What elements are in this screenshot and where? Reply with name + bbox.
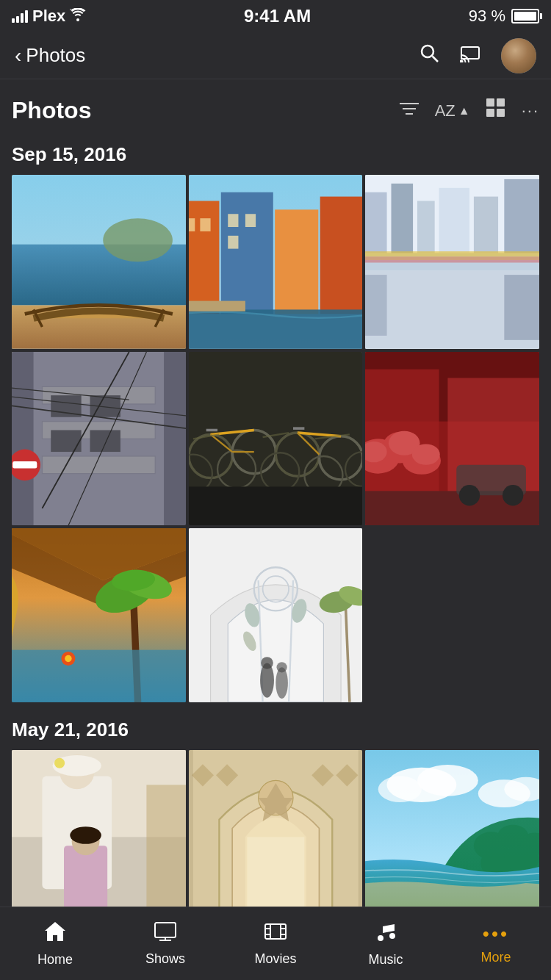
- sort-arrow-icon: ▲: [458, 104, 470, 118]
- svg-point-158: [378, 935, 383, 941]
- svg-rect-151: [265, 924, 286, 939]
- tab-movies[interactable]: Movies: [220, 921, 331, 967]
- svg-rect-24: [228, 214, 238, 227]
- back-button[interactable]: ‹ Photos: [15, 44, 419, 68]
- photo-item-mosque[interactable]: [189, 528, 363, 702]
- svg-point-123: [54, 758, 65, 768]
- photo-item-building[interactable]: [12, 352, 186, 526]
- svg-rect-124: [64, 846, 107, 915]
- status-right: 93 %: [469, 7, 539, 26]
- photo-grid-2: [12, 750, 539, 924]
- svg-point-102: [65, 655, 71, 662]
- tab-shows[interactable]: Shows: [110, 921, 220, 967]
- svg-rect-80: [189, 486, 363, 525]
- svg-rect-35: [439, 188, 469, 253]
- tab-bar: Home Shows Movies: [0, 907, 551, 980]
- svg-rect-19: [220, 192, 273, 314]
- photo-item-bikes[interactable]: [189, 352, 363, 526]
- svg-point-0: [422, 46, 433, 57]
- tab-movies-label: Movies: [254, 951, 296, 967]
- avatar-image: [501, 38, 536, 73]
- svg-rect-127: [146, 785, 185, 923]
- page-content: Photos AZ ▲ ···: [0, 79, 551, 980]
- signal-bars: [12, 10, 28, 23]
- svg-point-13: [103, 218, 173, 262]
- photo-image-arch: [189, 750, 363, 924]
- tab-music-label: Music: [368, 952, 403, 968]
- tab-more-label: More: [480, 950, 511, 965]
- page-title: Photos: [12, 97, 91, 124]
- photo-image-coast: [365, 750, 539, 924]
- back-label: Photos: [26, 44, 85, 67]
- photo-item-reflection[interactable]: [365, 175, 539, 349]
- svg-rect-22: [189, 218, 195, 231]
- svg-point-139: [417, 765, 478, 796]
- home-icon: [43, 920, 67, 948]
- photo-item-red-street[interactable]: [365, 352, 539, 526]
- svg-rect-8: [497, 98, 505, 107]
- tab-home[interactable]: Home: [0, 920, 110, 968]
- date-section-2: May 21, 2016: [12, 711, 539, 924]
- svg-rect-39: [365, 256, 539, 260]
- svg-rect-38: [365, 251, 539, 256]
- music-icon: [375, 920, 396, 948]
- grid-view-icon[interactable]: [486, 98, 505, 123]
- svg-rect-7: [486, 98, 494, 107]
- svg-rect-10: [497, 109, 505, 117]
- svg-point-159: [389, 933, 395, 939]
- svg-rect-52: [90, 430, 120, 452]
- wifi-icon: [70, 7, 86, 26]
- cast-icon[interactable]: [460, 44, 480, 68]
- svg-rect-36: [474, 197, 498, 253]
- svg-point-3: [461, 60, 463, 62]
- signal-bar-1: [12, 18, 15, 23]
- photo-image-reflection: [365, 175, 539, 349]
- svg-rect-43: [365, 275, 387, 336]
- svg-point-126: [70, 826, 101, 844]
- back-chevron-icon: ‹: [15, 44, 21, 68]
- sort-button[interactable]: AZ ▲: [435, 101, 470, 120]
- photo-grid-1: [12, 175, 539, 702]
- filter-icon[interactable]: [400, 99, 419, 122]
- shows-icon: [154, 921, 177, 947]
- search-icon[interactable]: [419, 43, 439, 68]
- svg-rect-2: [461, 47, 479, 59]
- header-controls: AZ ▲ ···: [400, 98, 539, 123]
- svg-line-1: [433, 57, 439, 62]
- signal-bar-2: [16, 16, 19, 23]
- svg-rect-42: [505, 275, 539, 340]
- photo-item-ceremony[interactable]: [12, 750, 186, 924]
- svg-rect-18: [189, 201, 219, 314]
- photo-item-canal[interactable]: [189, 175, 363, 349]
- svg-point-93: [459, 485, 480, 505]
- svg-rect-34: [417, 201, 435, 253]
- photo-image-beach-cabana: [12, 528, 186, 702]
- sort-label-text: AZ: [435, 101, 455, 120]
- svg-rect-28: [189, 301, 245, 311]
- more-options-icon[interactable]: ···: [522, 101, 539, 120]
- svg-rect-33: [392, 184, 414, 253]
- svg-rect-148: [155, 923, 176, 937]
- photo-image-bikes: [189, 352, 363, 526]
- svg-rect-21: [320, 197, 362, 314]
- more-dots-icon: •••: [483, 923, 509, 945]
- avatar[interactable]: [501, 38, 536, 73]
- tab-more[interactable]: ••• More: [441, 923, 551, 965]
- svg-rect-23: [200, 218, 210, 231]
- tab-shows-label: Shows: [145, 951, 185, 967]
- svg-rect-57: [12, 461, 37, 468]
- tab-music[interactable]: Music: [331, 920, 441, 968]
- battery-container: [511, 9, 539, 24]
- photo-item-coast[interactable]: [365, 750, 539, 924]
- photo-image-ceremony: [12, 750, 186, 924]
- photo-item-beach-cabana[interactable]: [12, 528, 186, 702]
- tab-home-label: Home: [37, 952, 73, 968]
- svg-point-140: [378, 777, 422, 803]
- photo-item-arch[interactable]: [189, 750, 363, 924]
- svg-rect-32: [365, 192, 387, 253]
- nav-icons: [419, 38, 536, 73]
- signal-bar-3: [21, 13, 24, 23]
- signal-bar-4: [25, 10, 28, 23]
- status-left: Plex: [12, 7, 86, 26]
- photo-item-terrace[interactable]: [12, 175, 186, 349]
